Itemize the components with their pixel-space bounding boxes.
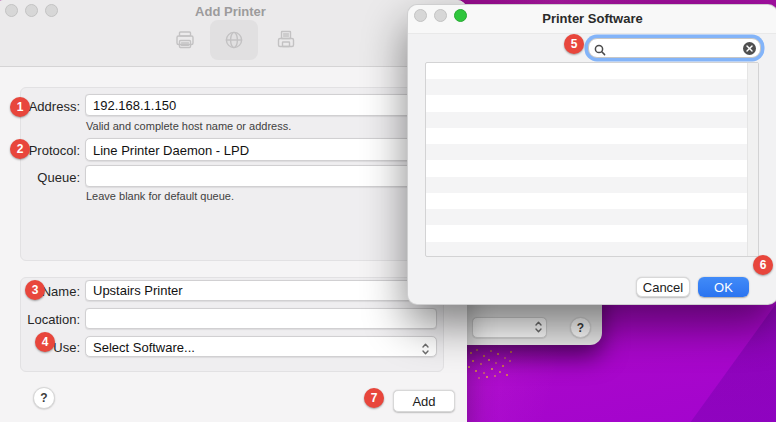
add-button[interactable]: Add [393, 390, 455, 412]
use-dropdown[interactable]: Select Software... [85, 336, 437, 357]
help-button[interactable]: ? [33, 387, 55, 409]
clear-search-icon[interactable] [743, 42, 756, 55]
queue-helper-text: Leave blank for default queue. [86, 190, 234, 202]
callout-badge-3: 3 [25, 280, 45, 300]
add-printer-window: Add Printer [0, 0, 467, 422]
dialog-titlebar: Printer Software [408, 5, 776, 34]
location-label: Location: [0, 312, 80, 327]
queue-field[interactable] [85, 165, 437, 187]
globe-icon[interactable] [223, 29, 245, 55]
software-list[interactable] [425, 62, 759, 257]
search-input[interactable] [609, 40, 733, 56]
callout-badge-6: 6 [753, 255, 773, 275]
cancel-button[interactable]: Cancel [636, 277, 690, 297]
queue-label: Queue: [0, 170, 80, 185]
printer-software-dialog: Printer Software Cancel OK [407, 4, 776, 305]
location-field[interactable] [85, 308, 437, 329]
printer-paper-icon[interactable] [275, 29, 297, 55]
search-icon [594, 42, 606, 60]
callout-badge-2: 2 [10, 139, 30, 159]
add-printer-titlebar: Add Printer [0, 0, 467, 67]
address-helper-text: Valid and complete host name or address. [86, 120, 291, 132]
callout-badge-5: 5 [564, 34, 584, 54]
address-field[interactable] [85, 94, 437, 116]
ok-button[interactable]: OK [698, 277, 749, 297]
printer-icon[interactable] [174, 29, 196, 55]
callout-badge-1: 1 [10, 97, 30, 117]
background-help-button[interactable]: ? [570, 317, 591, 338]
popup-stepper-icon [421, 341, 430, 362]
popup-stepper-icon [534, 320, 543, 338]
callout-badge-7: 7 [364, 388, 384, 408]
background-popup-field[interactable] [472, 317, 547, 338]
scrollbar-track[interactable] [747, 63, 758, 256]
window-title: Add Printer [0, 4, 467, 19]
use-dropdown-value: Select Software... [93, 340, 195, 355]
software-search-field[interactable] [588, 38, 761, 58]
callout-badge-4: 4 [35, 332, 55, 352]
protocol-dropdown[interactable]: Line Printer Daemon - LPD [85, 138, 437, 161]
name-field[interactable] [85, 280, 437, 301]
dialog-title: Printer Software [408, 11, 776, 26]
